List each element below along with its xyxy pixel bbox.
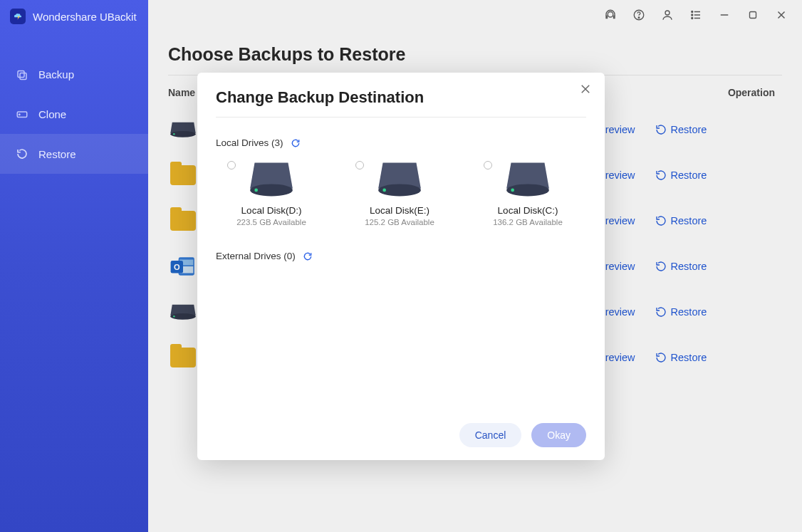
sidebar: Wondershare UBackit Backup Clone Restore [0,0,148,532]
modal-title: Change Backup Destination [216,88,586,118]
radio-icon[interactable] [227,161,236,169]
okay-button[interactable]: Okay [531,423,586,447]
close-icon[interactable] [579,83,592,95]
clone-icon [16,108,28,120]
sidebar-item-label: Clone [38,108,66,120]
app-logo-icon [10,9,26,24]
radio-icon[interactable] [484,161,492,169]
hdd-icon [249,161,294,198]
drive-capacity: 125.2 GB Available [365,218,434,226]
radio-icon[interactable] [355,161,364,169]
drive-name: Local Disk(E:) [370,205,429,216]
drive-capacity: 223.5 GB Available [236,218,306,226]
modal-footer: Cancel Okay [216,412,586,447]
nav: Backup Clone Restore [0,54,148,174]
drive-name: Local Disk(C:) [498,205,558,216]
hdd-icon [377,161,422,198]
app-brand: Wondershare UBackit [0,0,148,34]
restore-icon [16,147,28,160]
svg-point-36 [254,189,258,192]
hdd-icon [505,161,551,198]
svg-point-40 [511,189,514,192]
sidebar-item-restore[interactable]: Restore [0,134,148,174]
drive-capacity: 136.2 GB Available [493,218,563,226]
drive-name: Local Disk(D:) [241,205,302,216]
backup-icon [16,68,28,80]
app-name: Wondershare UBackit [33,11,137,23]
local-drives-label: Local Drives (3) [216,137,586,148]
svg-rect-1 [20,73,26,80]
refresh-icon[interactable] [291,138,301,148]
sidebar-item-backup[interactable]: Backup [0,54,148,94]
change-destination-modal: Change Backup Destination Local Drives (… [197,73,605,460]
svg-point-38 [382,189,386,192]
drive-option[interactable]: Local Disk(C:) 136.2 GB Available [478,161,578,226]
sidebar-item-clone[interactable]: Clone [0,94,148,134]
sidebar-item-label: Backup [38,68,74,80]
external-drives-label: External Drives (0) [216,251,586,261]
svg-point-3 [19,114,21,115]
local-drives-list: Local Disk(D:) 223.5 GB Available Local … [216,161,586,226]
cancel-button[interactable]: Cancel [459,423,522,447]
drive-option[interactable]: Local Disk(D:) 223.5 GB Available [222,161,321,226]
refresh-icon[interactable] [303,251,313,261]
sidebar-item-label: Restore [38,148,76,160]
drive-option[interactable]: Local Disk(E:) 125.2 GB Available [350,161,449,226]
svg-rect-0 [18,71,24,78]
